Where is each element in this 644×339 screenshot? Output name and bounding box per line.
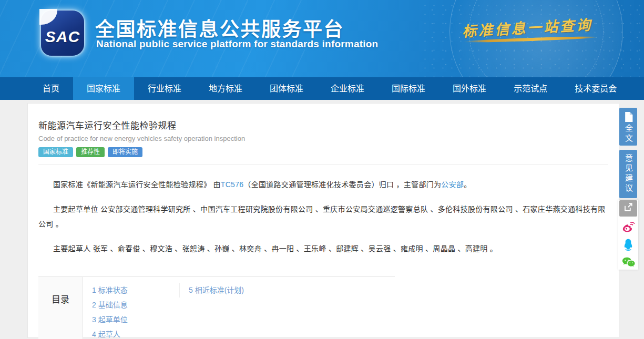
- tc576-link[interactable]: TC576: [221, 180, 244, 189]
- site-header: SAC 全国标准信息公共服务平台 National public service…: [0, 0, 644, 77]
- overview-text-3: 。: [464, 180, 471, 189]
- share-button[interactable]: [619, 200, 637, 217]
- weibo-icon[interactable]: [621, 220, 636, 234]
- tag-upcoming: 即将实施: [108, 147, 142, 157]
- tag-row: 国家标准 推荐性 即将实施: [38, 147, 608, 157]
- sac-logo-text: SAC: [45, 28, 80, 46]
- sac-logo[interactable]: SAC: [41, 11, 84, 56]
- overview-text-2: （全国道路交通管理标准化技术委员会）归口 ，主管部门为: [243, 180, 441, 189]
- share-panel: [618, 200, 638, 270]
- paragraph-drafting-units: 主要起草单位 公安部交通管理科学研究所 、中国汽车工程研究院股份有限公司 、重庆…: [38, 202, 608, 231]
- table-of-contents: 目录 1 标准状态 2 基础信息 3 起草单位 4 起草人 5 相近标准(计划): [38, 276, 395, 339]
- site-title-zh: 全国标准信息公共服务平台: [95, 14, 344, 42]
- tag-recommended: 推荐性: [76, 147, 105, 157]
- nav-item-local-standards[interactable]: 地方标准: [195, 77, 256, 100]
- toc-column-2: 5 相近标准(计划): [179, 283, 244, 297]
- document-icon: [624, 112, 633, 124]
- site-title-en: National public service platform for sta…: [96, 38, 378, 50]
- fulltext-label: 全文: [619, 124, 637, 144]
- nav-item-technical-committee[interactable]: 技术委员会: [561, 77, 630, 100]
- section-divider: [38, 164, 608, 165]
- fulltext-button[interactable]: 全文: [619, 108, 637, 146]
- overview-text-1: 国家标准《新能源汽车运行安全性能检验规程》 由: [53, 180, 221, 189]
- standard-title-zh: 新能源汽车运行安全性能检验规程: [38, 118, 608, 131]
- toc-label-cell: 目录: [38, 277, 83, 339]
- paragraph-drafters: 主要起草人 张军 、俞春俊 、穆文浩 、张恕涛 、孙巍 、林奕舟 、冉一阳 、王…: [38, 241, 608, 256]
- main-nav: 首页 国家标准 行业标准 地方标准 团体标准 企业标准 国际标准 国外标准 示范…: [0, 77, 644, 100]
- qq-icon[interactable]: [621, 238, 636, 252]
- dept-link[interactable]: 公安部: [441, 180, 464, 189]
- toc-link-basic-info[interactable]: 2 基础信息: [92, 297, 179, 312]
- nav-item-international-standards[interactable]: 国际标准: [378, 77, 439, 100]
- paragraph-overview: 国家标准《新能源汽车运行安全性能检验规程》 由TC576（全国道路交通管理标准化…: [38, 177, 608, 192]
- wechat-icon[interactable]: [621, 255, 636, 270]
- toc-label: 目录: [52, 292, 69, 339]
- nav-item-home[interactable]: 首页: [29, 77, 73, 100]
- nav-item-industry-standards[interactable]: 行业标准: [134, 77, 195, 100]
- nav-item-foreign-standards[interactable]: 国外标准: [439, 77, 500, 100]
- feedback-button[interactable]: 意见建议: [619, 150, 637, 198]
- nav-item-enterprise-standards[interactable]: 企业标准: [317, 77, 378, 100]
- toc-link-drafters[interactable]: 4 起草人: [92, 327, 179, 339]
- tag-national-standard: 国家标准: [38, 147, 73, 157]
- nav-item-group-standards[interactable]: 团体标准: [256, 77, 317, 100]
- share-icon: [623, 202, 633, 214]
- toc-links: 1 标准状态 2 基础信息 3 起草单位 4 起草人 5 相近标准(计划): [83, 277, 244, 339]
- nav-item-pilot-demo[interactable]: 示范试点: [500, 77, 561, 100]
- standard-title-en: Code of practice for new energy vehicles…: [38, 135, 608, 142]
- nav-item-national-standards[interactable]: 国家标准: [73, 77, 134, 100]
- feedback-label: 意见建议: [619, 154, 637, 194]
- toc-link-status[interactable]: 1 标准状态: [92, 283, 179, 297]
- toc-link-similar-standards[interactable]: 5 相近标准(计划): [189, 283, 244, 297]
- toc-link-drafting-units[interactable]: 3 起草单位: [92, 312, 179, 327]
- toc-column-1: 1 标准状态 2 基础信息 3 起草单位 4 起草人: [83, 283, 179, 339]
- content-card: 新能源汽车运行安全性能检验规程 Code of practice for new…: [27, 103, 619, 338]
